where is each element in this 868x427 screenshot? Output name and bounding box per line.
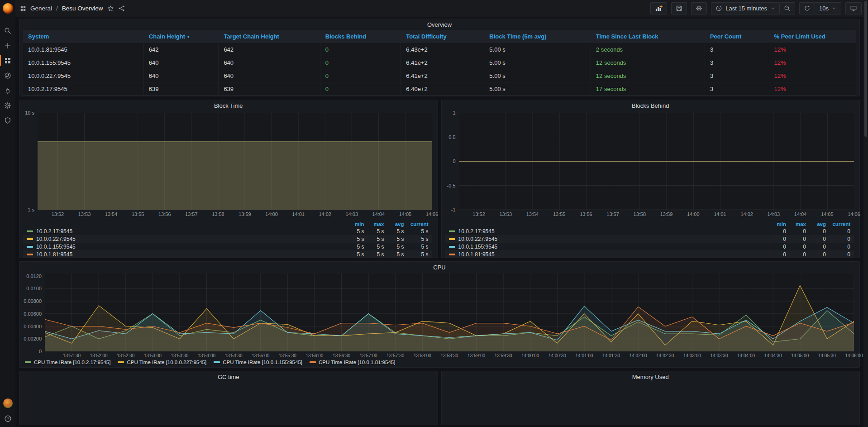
help-icon[interactable]: ? <box>4 415 12 422</box>
panel-title[interactable]: Block Time <box>19 100 438 111</box>
column-header-time_since_last_block[interactable]: Time Since Last Block <box>591 30 705 43</box>
block-time-chart[interactable]: 10 s1 s <box>22 113 432 210</box>
cpu-y-axis: 0.01200.01000.008000.006000.004000.00200… <box>22 273 45 351</box>
axis-tick-label: 13:52:00 <box>90 353 108 358</box>
axis-tick-label: 14:01:00 <box>576 353 593 358</box>
legend-stat-value: 0 <box>826 244 850 250</box>
column-header-peer_limit_used[interactable]: % Peer Limit Used <box>769 30 856 43</box>
legend-item[interactable]: CPU Time IRate [10.0.2.17:9545] <box>25 360 110 365</box>
scrollbar-track[interactable] <box>863 0 868 427</box>
legend-series-name[interactable]: 10.0.2.17:9545 <box>449 228 767 235</box>
refresh-interval-picker[interactable]: 10s <box>815 2 841 14</box>
scrollbar-thumb[interactable] <box>864 1 867 137</box>
axis-tick-label: 13:52 <box>472 211 485 217</box>
table-cell-block_time: 5.00 s <box>484 69 591 82</box>
legend-item: 10.0.0.227:95455 s5 s5 s5 s <box>23 235 432 243</box>
overview-table: SystemChain Height▾Target Chain HeightBl… <box>23 30 856 96</box>
share-icon[interactable] <box>118 5 125 12</box>
legend-stat-header-avg[interactable]: avg <box>806 221 826 227</box>
column-header-system[interactable]: System <box>23 30 144 43</box>
blocks_behind-plot[interactable] <box>459 113 854 210</box>
legend-stat-header-current[interactable]: current <box>826 221 850 227</box>
legend-stat-header-max[interactable]: max <box>786 221 806 227</box>
breadcrumb-title[interactable]: Besu Overview <box>62 5 103 12</box>
axis-tick-label: 13:59 <box>238 211 251 217</box>
panel-title[interactable]: Overview <box>19 19 859 30</box>
column-header-target_chain_height[interactable]: Target Chain Height <box>219 30 320 43</box>
block_time-plot[interactable] <box>38 113 432 210</box>
panel-title[interactable]: GC time <box>19 371 438 382</box>
refresh-icon <box>804 5 811 12</box>
legend-stat-header-current[interactable]: current <box>404 221 429 227</box>
legend-stat-value: 0 <box>806 236 826 242</box>
series-color-swatch-icon <box>449 254 455 255</box>
axis-tick-label: 13:58:30 <box>441 353 458 358</box>
grafana-logo-icon <box>3 3 13 14</box>
legend-stat-header-min[interactable]: min <box>766 221 786 227</box>
save-dashboard-button[interactable] <box>671 2 687 14</box>
legend-series-name[interactable]: 10.0.1.81:9545 <box>449 251 767 258</box>
legend-stat-header-max[interactable]: max <box>364 221 384 227</box>
legend-stat-value: 0 <box>806 251 826 258</box>
legend-item: 10.0.2.17:95450000 <box>445 227 854 235</box>
add-panel-button[interactable] <box>650 2 667 14</box>
column-header-blocks_behind[interactable]: Blocks Behind <box>320 30 401 43</box>
legend-series-name[interactable]: 10.0.1.81:9545 <box>27 251 344 258</box>
zoom-out-button[interactable] <box>779 2 795 14</box>
column-header-peer_count[interactable]: Peer Count <box>705 30 769 43</box>
axis-tick-label: 13:57 <box>185 211 198 217</box>
series-color-swatch-icon <box>449 230 455 232</box>
table-cell-time_since_last_block: 2 seconds <box>591 43 705 56</box>
legend-stat-header-min[interactable]: min <box>344 221 364 227</box>
legend-series-name[interactable]: 10.0.2.17:9545 <box>27 228 344 235</box>
cpu-x-axis: 13:51:3013:52:0013:52:3013:53:0013:53:30… <box>45 351 854 358</box>
avatar[interactable] <box>3 398 13 408</box>
table-cell-peer_count: 3 <box>705 43 769 56</box>
gear-icon <box>4 102 11 109</box>
legend-item[interactable]: CPU Time IRate [10.0.0.227:9545] <box>118 360 206 365</box>
column-header-chain_height[interactable]: Chain Height▾ <box>144 30 219 43</box>
axis-tick-label: 14:02:30 <box>656 353 674 358</box>
sidebar: ? <box>0 0 15 427</box>
axis-tick-label: 13:58 <box>212 211 224 217</box>
axis-tick-label: 13:53:30 <box>171 353 188 358</box>
refresh-button[interactable] <box>799 2 815 14</box>
panel-title[interactable]: Blocks Behind <box>442 100 860 111</box>
legend-series-name[interactable]: 10.0.0.227:9545 <box>449 236 767 242</box>
legend-stat-value: 0 <box>786 236 806 242</box>
blocks_behind-y-axis: 10.50-0.5-1 <box>444 113 459 210</box>
breadcrumb-section[interactable]: General <box>30 5 52 12</box>
legend-stat-value: 5 s <box>364 228 384 235</box>
legend-stat-value: 0 <box>826 251 850 258</box>
column-header-block_time[interactable]: Block Time (5m avg) <box>484 30 591 43</box>
axis-tick-label: 13:55:00 <box>252 353 269 358</box>
dashboard-settings-button[interactable] <box>691 2 707 14</box>
legend-stat-value: 0 <box>766 236 786 242</box>
sidebar-item-dashboards[interactable] <box>0 53 15 68</box>
sidebar-item-server-admin[interactable] <box>0 113 15 128</box>
legend-series-name[interactable]: 10.0.0.227:9545 <box>27 236 344 242</box>
time-range-picker[interactable]: Last 15 minutes <box>711 2 780 14</box>
table-cell-blocks_behind: 0 <box>320 56 401 69</box>
legend-item[interactable]: CPU Time IRate [10.0.1.81:9545] <box>310 360 395 365</box>
kiosk-mode-button[interactable] <box>845 2 862 14</box>
legend-series-name[interactable]: 10.0.1.155:9545 <box>449 244 767 250</box>
grafana-logo[interactable] <box>0 0 15 17</box>
panel-title[interactable]: CPU <box>19 262 859 273</box>
axis-tick-label: 0.0120 <box>26 273 42 279</box>
sidebar-item-alerting[interactable] <box>0 83 15 98</box>
sidebar-item-configuration[interactable] <box>0 98 15 113</box>
sidebar-item-create[interactable] <box>0 38 15 53</box>
legend-series-name[interactable]: 10.0.1.155:9545 <box>27 244 344 250</box>
cpu-chart[interactable]: 0.01200.01000.008000.006000.004000.00200… <box>22 273 854 351</box>
panel-title[interactable]: Memory Used <box>442 371 860 382</box>
star-icon[interactable] <box>107 5 114 12</box>
legend-stat-header-avg[interactable]: avg <box>384 221 404 227</box>
sidebar-item-search[interactable] <box>0 23 15 38</box>
blocks-behind-chart[interactable]: 10.50-0.5-1 <box>444 113 854 210</box>
column-header-total_difficulty[interactable]: Total Difficulty <box>401 30 484 43</box>
axis-tick-label: 14:03 <box>346 211 358 217</box>
cpu-plot[interactable] <box>45 273 854 351</box>
legend-item[interactable]: CPU Time IRate [10.0.1.155:9545] <box>214 360 302 365</box>
sidebar-item-explore[interactable] <box>0 68 15 83</box>
